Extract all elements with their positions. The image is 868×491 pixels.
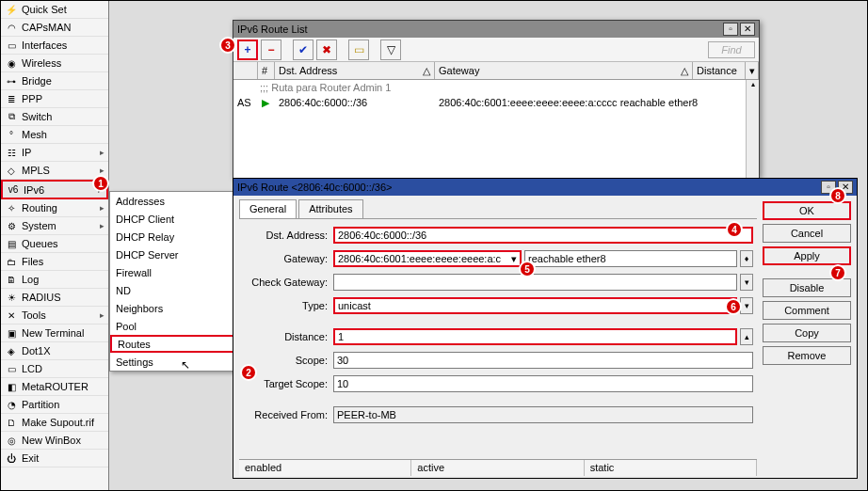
menu-icon: ◧: [5, 380, 18, 393]
table-row[interactable]: AS ▶ 2806:40c:6000::/36 2806:40c:6001:ee…: [233, 95, 759, 110]
label-scope: Scope:: [243, 355, 333, 366]
row-comment: ;;; Ruta para Router Admin 1: [233, 80, 759, 95]
menu-icon: ▭: [5, 362, 18, 375]
menu-icon: ⚡: [5, 3, 18, 16]
remove-button[interactable]: Remove: [763, 346, 851, 365]
menu-icon: ◇: [5, 164, 18, 177]
minimize-icon[interactable]: ▫: [723, 23, 738, 36]
gateway-status: reachable ether8: [524, 250, 737, 267]
status-static: static: [585, 460, 757, 476]
table-body[interactable]: ▴ ;;; Ruta para Router Admin 1 AS ▶ 2806…: [233, 80, 759, 182]
label-type: Type:: [243, 300, 333, 311]
sidebar-item-dot1x[interactable]: ◈Dot1X: [1, 342, 108, 360]
col-dist[interactable]: Distance: [693, 62, 746, 79]
menu-icon: ▣: [5, 326, 18, 340]
dst-address-input[interactable]: 2806:40c:6000::/36: [333, 227, 753, 244]
marker-6: 6: [725, 298, 742, 315]
col-menu-icon[interactable]: ▾: [746, 62, 759, 79]
window-route-list: IPv6 Route List ▫ ✕ + − ✔ ✖ ▭ ▽ Find # D…: [233, 20, 760, 178]
check-gateway-input[interactable]: [333, 274, 737, 291]
scope-input[interactable]: 30: [333, 352, 753, 369]
label-tscope: Target Scope:: [243, 378, 333, 389]
sidebar-item-make-supout.rif[interactable]: 🗋Make Supout.rif: [1, 414, 108, 432]
menu-icon: ⚙: [5, 219, 18, 232]
filter-button[interactable]: ▽: [380, 40, 401, 60]
sidebar-item-ip[interactable]: ☷IP: [1, 144, 108, 162]
sidebar-item-partition[interactable]: ◔Partition: [1, 396, 108, 414]
menu-icon: ◠: [5, 21, 18, 34]
menu-icon: ✕: [5, 309, 18, 322]
status-bar: enabled active static: [239, 459, 757, 476]
add-button[interactable]: +: [237, 40, 258, 60]
sidebar-item-tools[interactable]: ✕Tools: [1, 307, 108, 325]
distance-input[interactable]: 1: [333, 328, 737, 345]
menu-icon: ◉: [5, 56, 18, 70]
ok-button[interactable]: OK: [763, 201, 851, 220]
sidebar-item-new-winbox[interactable]: ◎New WinBox: [1, 432, 108, 450]
find-input[interactable]: Find: [708, 41, 755, 58]
marker-7: 7: [829, 264, 846, 281]
chevron-down-icon[interactable]: ▾: [740, 274, 753, 291]
sidebar-item-metarouter[interactable]: ◧MetaROUTER: [1, 378, 108, 396]
chevron-down-icon[interactable]: ▾: [740, 297, 753, 314]
sidebar-item-queues[interactable]: ▤Queues: [1, 235, 108, 253]
disable-button[interactable]: Disable: [763, 278, 851, 297]
sidebar-item-interfaces[interactable]: ▭Interfaces: [1, 37, 108, 55]
status-active: active: [411, 460, 584, 476]
disable-button[interactable]: ✖: [316, 40, 337, 60]
scrollbar[interactable]: ▴: [746, 80, 759, 182]
sidebar-item-ppp[interactable]: ≣PPP: [1, 90, 108, 108]
label-dist: Distance:: [243, 331, 333, 342]
sidebar-item-quick-set[interactable]: ⚡Quick Set: [1, 1, 108, 19]
cancel-button[interactable]: Cancel: [763, 224, 851, 243]
remove-button[interactable]: −: [261, 40, 281, 60]
menu-icon: 🗋: [5, 416, 18, 429]
sidebar-item-system[interactable]: ⚙System: [1, 217, 108, 235]
tabs: General Attributes: [239, 199, 757, 218]
sidebar-item-lcd[interactable]: ▭LCD: [1, 360, 108, 378]
col-gw[interactable]: Gateway△: [435, 62, 693, 79]
sidebar-item-switch[interactable]: ⧉Switch: [1, 108, 108, 126]
chevron-down-icon[interactable]: ▾: [511, 253, 517, 265]
spinner-icon[interactable]: ♦: [740, 250, 753, 267]
sidebar-item-log[interactable]: 🗎Log: [1, 271, 108, 289]
comment-button[interactable]: ▭: [348, 40, 369, 60]
copy-button[interactable]: Copy: [763, 324, 851, 342]
window-titlebar[interactable]: IPv6 Route <2806:40c:6000::/36> ▫ ✕: [233, 179, 857, 196]
target-scope-input[interactable]: 10: [333, 375, 753, 392]
menu-icon: ⧉: [5, 110, 18, 123]
enable-button[interactable]: ✔: [293, 40, 313, 60]
table-header: # Dst. Address△ Gateway△ Distance ▾: [233, 62, 759, 80]
window-title: IPv6 Route List: [237, 24, 308, 35]
sidebar-item-mesh[interactable]: °Mesh: [1, 126, 108, 144]
sidebar-item-capsman[interactable]: ◠CAPsMAN: [1, 19, 108, 37]
label-dst: Dst. Address:: [243, 230, 333, 241]
chevron-up-icon[interactable]: ▴: [740, 328, 753, 345]
close-icon[interactable]: ✕: [740, 23, 755, 36]
col-hash[interactable]: #: [258, 62, 275, 79]
apply-button[interactable]: Apply: [763, 246, 851, 265]
sidebar-item-wireless[interactable]: ◉Wireless: [1, 55, 108, 72]
window-titlebar[interactable]: IPv6 Route List ▫ ✕: [233, 21, 759, 38]
sidebar-item-radius[interactable]: ☀RADIUS: [1, 289, 108, 307]
sidebar-item-new-terminal[interactable]: ▣New Terminal: [1, 325, 108, 342]
sidebar-item-mpls[interactable]: ◇MPLS: [1, 162, 108, 180]
menu-icon: ☷: [5, 146, 18, 159]
window-buttons: ▫ ✕: [721, 23, 755, 36]
gateway-input[interactable]: 2806:40c:6001:eeee:eeee:eeee:a:c▾: [333, 250, 522, 267]
col-flags[interactable]: [233, 62, 258, 79]
type-input[interactable]: unicast: [333, 297, 737, 314]
tab-attributes[interactable]: Attributes: [298, 199, 362, 218]
tab-general[interactable]: General: [239, 199, 297, 218]
comment-button[interactable]: Comment: [763, 301, 851, 320]
sidebar-item-routing[interactable]: ✧Routing: [1, 199, 108, 217]
sidebar-item-bridge[interactable]: ⊶Bridge: [1, 72, 108, 90]
menu-icon: ▤: [5, 237, 18, 250]
menu-icon: ✧: [5, 201, 18, 214]
menu-icon: ⏻: [5, 451, 18, 465]
menu-icon: ≣: [5, 92, 18, 105]
label-gw: Gateway:: [243, 253, 333, 264]
sidebar-item-exit[interactable]: ⏻Exit: [1, 450, 108, 467]
col-dst[interactable]: Dst. Address△: [275, 62, 435, 79]
sidebar-item-files[interactable]: 🗀Files: [1, 253, 108, 271]
